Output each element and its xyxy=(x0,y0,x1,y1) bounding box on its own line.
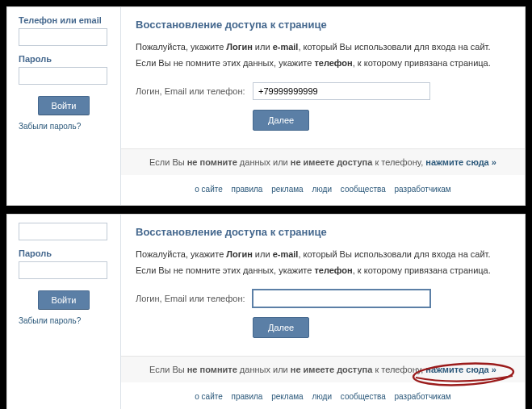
password-input[interactable] xyxy=(19,67,107,85)
recovery-main: Восстановление доступа к странице Пожалу… xyxy=(120,7,525,205)
screenshot-panel-2: Пароль Войти Забыли пароль? Восстановлен… xyxy=(6,214,526,409)
footer-link[interactable]: сообщества xyxy=(341,185,386,194)
footer-help-bar: Если Вы не помните данных или не имеете … xyxy=(121,356,525,382)
login-button[interactable]: Войти xyxy=(38,96,90,115)
instruction-line-1: Пожалуйста, укажите Логин или e-mail, ко… xyxy=(136,40,510,54)
instruction-line-2: Если Вы не помните этих данных, укажите … xyxy=(136,56,510,70)
footer-nav: о сайте правила реклама люди сообщества … xyxy=(136,389,510,404)
next-button[interactable]: Далее xyxy=(253,317,309,338)
login-sidebar: Телефон или email Пароль Войти Забыли па… xyxy=(7,7,120,205)
instruction-line-2: Если Вы не помните этих данных, укажите … xyxy=(136,264,510,278)
footer-link[interactable]: реклама xyxy=(271,185,303,194)
password-input[interactable] xyxy=(19,261,107,279)
footer-link[interactable]: реклама xyxy=(271,392,303,401)
login-button[interactable]: Войти xyxy=(38,290,90,310)
recovery-form-row: Логин, Email или телефон: xyxy=(136,290,510,307)
login-sidebar: Пароль Войти Забыли пароль? xyxy=(7,215,120,409)
footer-link[interactable]: о сайте xyxy=(195,392,223,401)
recovery-form-row: Логин, Email или телефон: xyxy=(136,82,510,100)
screenshot-panel-1: Телефон или email Пароль Войти Забыли па… xyxy=(6,6,526,206)
page-title: Восстановление доступа к странице xyxy=(136,226,510,238)
password-label: Пароль xyxy=(19,54,109,64)
recovery-main: Восстановление доступа к странице Пожалу… xyxy=(120,215,525,409)
login-input[interactable] xyxy=(19,223,107,240)
recovery-input[interactable] xyxy=(253,290,430,307)
instruction-line-1: Пожалуйста, укажите Логин или e-mail, ко… xyxy=(136,248,510,261)
field-label: Логин, Email или телефон: xyxy=(136,294,253,303)
click-here-link[interactable]: нажмите сюда » xyxy=(425,365,496,374)
footer-link[interactable]: люди xyxy=(312,185,332,194)
footer-link[interactable]: разработчикам xyxy=(395,392,451,401)
footer-link[interactable]: о сайте xyxy=(195,185,223,194)
page-title: Восстановление доступа к странице xyxy=(136,19,510,31)
footer-help-bar: Если Вы не помните данных или не имеете … xyxy=(121,148,525,175)
login-input[interactable] xyxy=(19,28,107,46)
next-button[interactable]: Далее xyxy=(253,110,309,131)
footer-link[interactable]: сообщества xyxy=(341,392,386,401)
forgot-password-link[interactable]: Забыли пароль? xyxy=(19,316,109,325)
footer-nav: о сайте правила реклама люди сообщества … xyxy=(136,182,510,197)
footer-link[interactable]: люди xyxy=(312,392,332,401)
login-label: Телефон или email xyxy=(19,15,109,25)
recovery-input[interactable] xyxy=(253,82,430,100)
field-label: Логин, Email или телефон: xyxy=(136,86,253,96)
footer-link[interactable]: разработчикам xyxy=(395,185,451,194)
forgot-password-link[interactable]: Забыли пароль? xyxy=(19,122,109,131)
password-label: Пароль xyxy=(19,248,109,258)
footer-link[interactable]: правила xyxy=(232,392,263,401)
footer-link[interactable]: правила xyxy=(232,185,263,194)
click-here-link[interactable]: нажмите сюда » xyxy=(425,157,496,167)
